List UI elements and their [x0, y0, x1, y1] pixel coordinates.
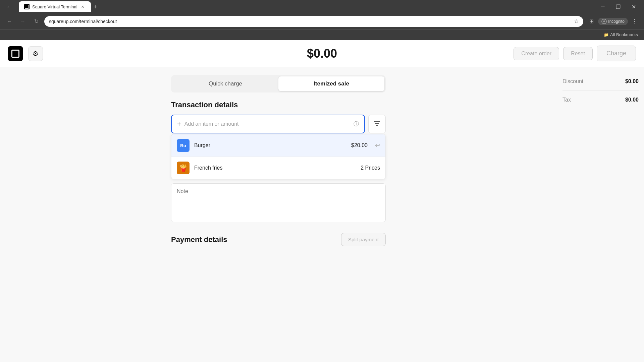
add-item-placeholder: Add an item or amount	[184, 121, 239, 127]
charge-button[interactable]: Charge	[597, 46, 636, 61]
bookmarks-label: All Bookmarks	[610, 32, 638, 37]
logo-inner	[11, 50, 19, 58]
svg-rect-6	[376, 125, 378, 126]
itemized-sale-tab[interactable]: Itemized sale	[278, 76, 384, 91]
refresh-btn[interactable]: ↻	[31, 16, 42, 27]
folder-icon: 📁	[604, 33, 609, 37]
payment-section: Payment details Split payment	[171, 233, 386, 251]
url-text: squareup.com/terminal/checkout	[49, 19, 571, 24]
main-content: Quick charge Itemized sale Transaction d…	[0, 67, 644, 362]
note-textarea[interactable]	[171, 184, 385, 221]
quick-charge-tab[interactable]: Quick charge	[172, 76, 278, 91]
back-btn[interactable]: ←	[4, 16, 15, 27]
tab-favicon	[24, 4, 30, 9]
add-plus-icon: +	[177, 120, 181, 128]
header-amount: $0.00	[307, 47, 337, 61]
info-icon: ⓘ	[354, 121, 359, 128]
minimize-btn[interactable]: ─	[595, 0, 610, 13]
tax-value: $0.00	[625, 97, 639, 103]
app-logo	[8, 46, 23, 61]
reset-button[interactable]: Reset	[563, 47, 593, 60]
discount-label: Discount	[562, 78, 583, 84]
tab-bar: Square Virtual Terminal ✕ +	[19, 1, 592, 12]
incognito-label: Incognito	[608, 19, 625, 24]
sale-tabs: Quick charge Itemized sale	[171, 75, 386, 93]
toolbar-icons: ⊞ Incognito ⋮	[586, 16, 640, 27]
burger-enter-icon: ↩	[375, 142, 380, 149]
tab-title: Square Virtual Terminal	[32, 4, 77, 9]
item-row-burger[interactable]: Bu Burger $20.00 ↩	[171, 134, 385, 157]
summary-divider	[562, 90, 639, 91]
bookmark-star-icon[interactable]: ☆	[574, 18, 579, 24]
note-area-container	[171, 183, 386, 222]
add-item-input[interactable]: + Add an item or amount ⓘ	[171, 115, 365, 133]
items-dropdown: Bu Burger $20.00 ↩ 🍟 French fries 2 Pric…	[171, 134, 386, 179]
window-controls: ‹	[3, 1, 16, 12]
menu-btn[interactable]: ⋮	[629, 16, 640, 27]
burger-price: $20.00	[351, 142, 368, 148]
app-header: ⚙ $0.00 Create order Reset Charge	[0, 40, 644, 67]
extensions-btn[interactable]: ⊞	[586, 16, 597, 27]
svg-rect-5	[375, 123, 379, 124]
right-summary: Discount $0.00 Tax $0.00	[557, 67, 644, 362]
burger-name: Burger	[194, 142, 346, 148]
tab-close-btn[interactable]: ✕	[80, 4, 86, 9]
window-controls-bar: ─ ❐ ✕	[595, 0, 641, 13]
payment-title: Payment details	[171, 235, 227, 244]
close-btn[interactable]: ✕	[626, 0, 641, 13]
forward-btn[interactable]: →	[17, 16, 28, 27]
tab-back-btn[interactable]: ‹	[3, 1, 13, 12]
add-item-row: + Add an item or amount ⓘ	[171, 115, 386, 133]
page-content: ⚙ $0.00 Create order Reset Charge Quick …	[0, 40, 644, 362]
french-fries-price: 2 Prices	[361, 165, 380, 171]
active-tab[interactable]: Square Virtual Terminal ✕	[19, 1, 91, 12]
incognito-badge: Incognito	[598, 18, 628, 25]
create-order-button[interactable]: Create order	[514, 47, 559, 60]
payment-header: Payment details Split payment	[171, 233, 386, 246]
header-actions: Create order Reset Charge	[514, 46, 636, 61]
settings-button[interactable]: ⚙	[28, 46, 43, 61]
transaction-title: Transaction details	[171, 101, 386, 109]
french-fries-img: 🍟	[177, 162, 190, 174]
transaction-section: Transaction details + Add an item or amo…	[171, 101, 386, 230]
address-bar-row: ← → ↻ squareup.com/terminal/checkout ☆ ⊞…	[0, 13, 644, 29]
svg-point-3	[604, 20, 605, 21]
svg-rect-1	[25, 5, 29, 8]
tax-row: Tax $0.00	[562, 94, 639, 106]
burger-avatar: Bu	[177, 139, 190, 152]
french-fries-name: French fries	[194, 165, 356, 171]
discount-value: $0.00	[625, 78, 639, 84]
maximize-btn[interactable]: ❐	[610, 0, 626, 13]
svg-rect-4	[374, 121, 380, 122]
bookmarks-bar: 📁 All Bookmarks	[0, 29, 644, 40]
settings-icon: ⚙	[33, 50, 39, 58]
bookmarks-right: 📁 All Bookmarks	[602, 32, 640, 38]
discount-row: Discount $0.00	[562, 75, 639, 88]
filter-button[interactable]	[368, 115, 386, 133]
all-bookmarks[interactable]: 📁 All Bookmarks	[602, 32, 640, 38]
address-bar[interactable]: squareup.com/terminal/checkout ☆	[44, 16, 583, 27]
center-panel: Quick charge Itemized sale Transaction d…	[0, 67, 557, 362]
tax-label: Tax	[562, 97, 571, 103]
new-tab-btn[interactable]: +	[91, 2, 100, 12]
item-row-french-fries[interactable]: 🍟 French fries 2 Prices	[171, 157, 385, 179]
split-payment-button[interactable]: Split payment	[341, 233, 386, 246]
filter-icon	[373, 120, 381, 129]
